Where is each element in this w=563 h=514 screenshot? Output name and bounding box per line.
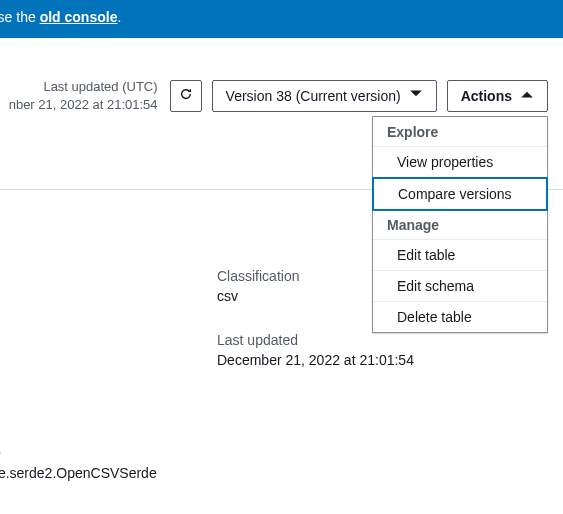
bottom-text: ib hive.serde2.OpenCSVSerde	[0, 442, 157, 484]
banner-text-suffix: .	[117, 9, 121, 25]
top-controls: Last updated (UTC) nber 21, 2022 at 21:0…	[0, 78, 563, 113]
old-console-link[interactable]: old console	[40, 9, 118, 25]
caret-down-icon	[409, 87, 423, 104]
menu-item-delete-table[interactable]: Delete table	[373, 302, 547, 332]
last-updated-value: December 21, 2022 at 21:01:54	[217, 352, 563, 368]
serde-lib-label: ib	[0, 442, 157, 463]
menu-item-compare-versions[interactable]: Compare versions	[372, 177, 548, 211]
banner-text-prefix: sole, or use the	[0, 9, 40, 25]
refresh-icon	[179, 87, 193, 104]
actions-dropdown-button[interactable]: Actions	[447, 80, 548, 112]
last-updated-date: nber 21, 2022 at 21:01:54	[0, 96, 158, 114]
caret-up-icon	[520, 87, 534, 104]
actions-dropdown-menu: Explore View properties Compare versions…	[372, 116, 548, 333]
version-dropdown-label: Version 38 (Current version)	[226, 88, 401, 104]
menu-item-view-properties[interactable]: View properties	[373, 147, 547, 178]
last-updated-block: Last updated (UTC) nber 21, 2022 at 21:0…	[43, 78, 157, 113]
last-updated-label2: Last updated	[217, 332, 563, 348]
menu-item-edit-table[interactable]: Edit table	[373, 240, 547, 271]
dropdown-section-explore: Explore	[373, 117, 547, 147]
actions-label: Actions	[461, 88, 512, 104]
last-updated-label: Last updated (UTC)	[43, 78, 157, 96]
version-dropdown-button[interactable]: Version 38 (Current version)	[212, 80, 437, 112]
dropdown-section-manage: Manage	[373, 210, 547, 240]
menu-item-edit-schema[interactable]: Edit schema	[373, 271, 547, 302]
notification-banner: sole, or use the old console.	[0, 0, 563, 38]
serde-lib-value: hive.serde2.OpenCSVSerde	[0, 463, 157, 484]
refresh-button[interactable]	[170, 80, 202, 112]
